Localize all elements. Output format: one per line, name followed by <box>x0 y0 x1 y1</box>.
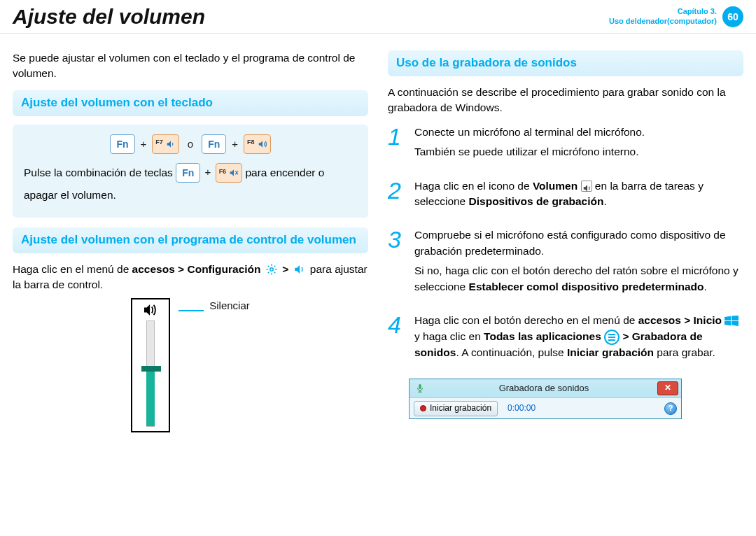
section-keyboard-title: Ajuste del volumen con el teclado <box>13 90 368 116</box>
recorder-intro: A continuación se describe el procedimie… <box>388 85 743 116</box>
chapter-line1: Capítulo 3. <box>609 7 717 16</box>
vol-para-b: accesos > Configuración <box>132 263 261 275</box>
step-1-line-a: Conecte un micrófono al terminal del mic… <box>414 125 743 140</box>
f6-key: F6 <box>216 163 243 183</box>
record-dot-icon <box>420 405 426 411</box>
step-1-line-b: También se puede utilizar el micrófono i… <box>414 144 743 160</box>
volume-down-icon <box>166 139 176 149</box>
taskbar-volume-icon <box>581 181 592 192</box>
header-right: Capítulo 3. Uso deldenador(computador) 6… <box>609 6 743 27</box>
all-apps-icon <box>604 330 620 345</box>
svg-rect-1 <box>419 384 421 389</box>
volume-slider-track[interactable] <box>146 320 155 427</box>
step-2-number: 2 <box>388 178 407 214</box>
step-4-text: Haga clic con el botón derecho en el men… <box>414 313 743 360</box>
fn-key-3: Fn <box>176 163 200 183</box>
plus-sign: + <box>139 134 148 155</box>
callout-line <box>178 310 204 311</box>
fn-key-2: Fn <box>202 134 226 154</box>
s4c: > Inicio <box>684 314 724 326</box>
steps-list: 1 Conecte un micrófono al terminal del m… <box>388 125 743 365</box>
vol-para-c: > <box>282 263 291 275</box>
f7-key: F7 <box>152 134 179 154</box>
s2e: . <box>603 195 606 207</box>
step-3-text-2: Si no, haga clic con el botón derecho de… <box>414 263 743 295</box>
gear-icon <box>265 263 278 276</box>
plus-sign-3: + <box>204 166 213 178</box>
s3d: . <box>704 281 706 292</box>
s4g: . A continuación, pulse <box>456 346 567 358</box>
s3c: Establecer comol dispositivo predetermin… <box>469 281 704 292</box>
volume-icon <box>293 263 306 276</box>
intro-text: Se puede ajustar el volumen con el tecla… <box>13 50 368 82</box>
s2a: Haga clic en el icono de <box>414 180 533 192</box>
s4a: Haga clic con el botón derecho en el men… <box>414 314 638 326</box>
step-3-number: 3 <box>388 227 407 299</box>
volume-mute-icon <box>229 168 239 178</box>
slider-speaker-icon[interactable] <box>143 304 158 316</box>
s4d: y haga clic en <box>414 330 484 342</box>
s2d: Dispositivos de grabación <box>469 195 604 207</box>
recorder-window-title: Grabadora de sonidos <box>430 382 657 395</box>
start-recording-label: Iniciar grabación <box>430 402 491 414</box>
step-2: 2 Haga clic en el icono de Volumen en la… <box>388 178 743 214</box>
key-row-2: Pulse la combinación de teclas Fn + F6 p… <box>24 161 357 206</box>
s3a: Compruebe si el micrófono está configura… <box>414 227 743 259</box>
s4b: accesos <box>638 314 681 326</box>
volume-program-para: Haga clic en el menú de accesos > Config… <box>13 262 368 293</box>
page-number-badge: 60 <box>722 6 743 27</box>
volume-slider-thumb[interactable] <box>141 366 161 372</box>
section-recorder-title: Uso de la grabadora de sonidos <box>388 50 743 76</box>
volume-up-icon <box>258 139 267 149</box>
kb-line2-a: Pulse la combinación de teclas <box>24 167 176 178</box>
section-program-title: Ajuste del volumen con el programa de co… <box>13 227 368 253</box>
keyboard-box: Fn + F7 o Fn + F8 Pulse la combinación d… <box>13 125 368 218</box>
recording-time: 0:00:00 <box>507 402 536 414</box>
chapter-line2: Uso deldenador(computador) <box>609 17 717 26</box>
f6-label: F6 <box>219 165 227 178</box>
step-1-number: 1 <box>388 125 407 164</box>
windows-logo-icon <box>724 316 738 327</box>
volume-slider-box <box>131 298 170 432</box>
fn-key: Fn <box>110 134 134 154</box>
f8-key: F8 <box>244 134 271 154</box>
key-row-1: Fn + F7 o Fn + F8 <box>24 134 357 155</box>
recorder-titlebar: Grabadora de sonidos ✕ <box>410 379 681 397</box>
f8-label: F8 <box>247 136 255 148</box>
s4e: Todas las aplicaciones <box>484 330 601 342</box>
step-3: 3 Compruebe si el micrófono está configu… <box>388 227 743 299</box>
recorder-body: Iniciar grabación 0:00:00 ? <box>410 397 681 418</box>
page-header: Ajuste del volumen Capítulo 3. Uso delde… <box>0 0 756 34</box>
content: Se puede ajustar el volumen con el tecla… <box>0 34 756 439</box>
step-4: 4 Haga clic con el botón derecho en el m… <box>388 313 743 365</box>
start-recording-button[interactable]: Iniciar grabación <box>414 401 498 416</box>
f7-label: F7 <box>155 136 163 148</box>
left-column: Se puede ajustar el volumen con el tecla… <box>13 50 368 432</box>
volume-slider-fill <box>146 369 155 427</box>
page-title: Ajuste del volumen <box>13 5 205 29</box>
vol-para-a: Haga clic en el menú de <box>13 263 132 275</box>
help-button[interactable]: ? <box>664 402 677 415</box>
svg-point-0 <box>270 268 274 271</box>
volume-slider-figure: Silenciar <box>13 298 368 432</box>
s4i: para grabar. <box>654 346 715 358</box>
s2b: Volumen <box>533 180 578 192</box>
plus-sign-2: + <box>230 134 239 155</box>
step-4-number: 4 <box>388 313 407 365</box>
microphone-icon <box>414 382 426 395</box>
s4h: Iniciar grabación <box>567 346 654 358</box>
chapter-info: Capítulo 3. Uso deldenador(computador) <box>609 7 717 25</box>
right-column: Uso de la grabadora de sonidos A continu… <box>388 50 743 432</box>
mute-callout-label: Silenciar <box>209 298 250 313</box>
sound-recorder-window: Grabadora de sonidos ✕ Iniciar grabación… <box>409 379 682 419</box>
or-separator: o <box>183 134 197 155</box>
close-button[interactable]: ✕ <box>657 381 678 395</box>
step-2-text: Haga clic en el icono de Volumen en la b… <box>414 178 743 210</box>
step-1: 1 Conecte un micrófono al terminal del m… <box>388 125 743 164</box>
